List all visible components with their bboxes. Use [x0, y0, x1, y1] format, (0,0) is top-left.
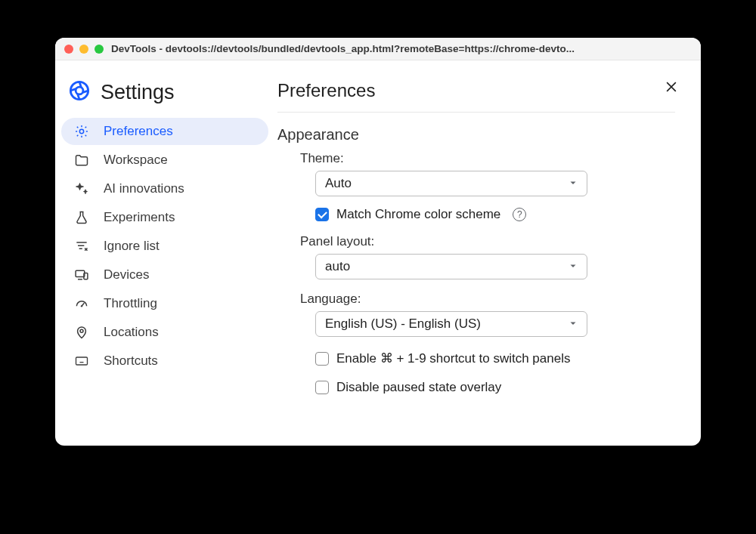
sidebar-item-label: AI innovations: [104, 181, 184, 196]
sidebar-item-label: Throttling: [104, 296, 157, 311]
disable-overlay-checkbox[interactable]: [315, 381, 329, 394]
window-minimize-button[interactable]: [79, 45, 88, 54]
close-icon: [664, 79, 679, 94]
gear-icon: [73, 124, 90, 139]
theme-select-value: Auto: [325, 176, 352, 191]
theme-select[interactable]: Auto: [315, 171, 587, 196]
svg-rect-4: [84, 273, 88, 279]
help-icon[interactable]: ?: [513, 208, 526, 221]
language-label: Language:: [300, 292, 678, 307]
flask-icon: [73, 210, 90, 225]
settings-sidebar: Settings Preferences: [55, 60, 274, 446]
chevron-down-icon: [569, 316, 578, 332]
panel-layout-select[interactable]: auto: [315, 254, 587, 279]
language-select-value: English (US) - English (US): [325, 316, 481, 332]
chevron-down-icon: [569, 259, 578, 274]
svg-point-2: [79, 129, 83, 133]
sidebar-item-locations[interactable]: Locations: [61, 319, 268, 346]
window-titlebar: DevTools - devtools://devtools/bundled/d…: [55, 38, 701, 60]
svg-point-5: [81, 305, 82, 307]
sidebar-item-label: Preferences: [104, 124, 173, 139]
window-zoom-button[interactable]: [94, 45, 104, 54]
sidebar-item-label: Locations: [104, 325, 159, 340]
sidebar-item-throttling[interactable]: Throttling: [61, 290, 268, 317]
keyboard-icon: [73, 353, 90, 369]
enable-shortcut-label: Enable ⌘ + 1-9 shortcut to switch panels: [336, 350, 570, 366]
sidebar-item-shortcuts[interactable]: Shortcuts: [61, 347, 268, 375]
enable-shortcut-checkbox[interactable]: [315, 352, 329, 366]
settings-nav: Preferences Workspace: [61, 118, 268, 375]
sidebar-item-devices[interactable]: Devices: [61, 261, 268, 289]
chevron-down-icon: [569, 176, 578, 191]
settings-heading: Settings: [101, 81, 175, 104]
sidebar-item-label: Workspace: [104, 153, 168, 168]
svg-point-6: [80, 329, 83, 332]
match-color-scheme-checkbox[interactable]: [315, 208, 329, 221]
filter-x-icon: [73, 239, 90, 254]
settings-main: Preferences Appearance Theme: Auto Match…: [274, 60, 701, 446]
page-title: Preferences: [277, 80, 675, 113]
sidebar-item-label: Devices: [104, 267, 149, 282]
sidebar-item-label: Shortcuts: [104, 353, 158, 369]
appearance-group: Theme: Auto Match Chrome color scheme ? …: [277, 151, 678, 395]
devices-icon: [73, 267, 90, 282]
sidebar-item-preferences[interactable]: Preferences: [61, 118, 268, 145]
match-color-scheme-label: Match Chrome color scheme: [336, 207, 500, 222]
enable-shortcut-row[interactable]: Enable ⌘ + 1-9 shortcut to switch panels: [315, 350, 678, 366]
panel-layout-label: Panel layout:: [300, 234, 678, 249]
panel-layout-select-value: auto: [325, 259, 350, 274]
sidebar-item-label: Ignore list: [104, 239, 160, 254]
folder-icon: [73, 153, 90, 168]
window-title: DevTools - devtools://devtools/bundled/d…: [111, 43, 692, 54]
sparkle-icon: [73, 181, 90, 196]
location-pin-icon: [73, 325, 90, 340]
svg-point-1: [76, 87, 83, 94]
sidebar-item-experiments[interactable]: Experiments: [61, 204, 268, 231]
sidebar-item-ignore-list[interactable]: Ignore list: [61, 233, 268, 260]
sidebar-item-ai-innovations[interactable]: AI innovations: [61, 175, 268, 202]
sidebar-item-label: Experiments: [104, 210, 175, 225]
gauge-icon: [73, 296, 90, 311]
disable-overlay-label: Disable paused state overlay: [336, 380, 501, 395]
language-select[interactable]: English (US) - English (US): [315, 311, 587, 337]
window-close-button[interactable]: [64, 45, 73, 54]
close-settings-button[interactable]: [660, 76, 683, 98]
match-color-scheme-row[interactable]: Match Chrome color scheme ?: [315, 207, 678, 222]
svg-rect-3: [76, 270, 85, 276]
settings-header: Settings: [61, 80, 268, 118]
theme-label: Theme:: [300, 151, 678, 166]
section-appearance-title: Appearance: [277, 126, 678, 144]
devtools-window: DevTools - devtools://devtools/bundled/d…: [55, 38, 701, 446]
disable-overlay-row[interactable]: Disable paused state overlay: [315, 380, 678, 395]
window-traffic-lights: [64, 45, 104, 54]
devtools-logo-icon: [69, 80, 90, 104]
svg-rect-7: [76, 357, 88, 365]
sidebar-item-workspace[interactable]: Workspace: [61, 147, 268, 174]
